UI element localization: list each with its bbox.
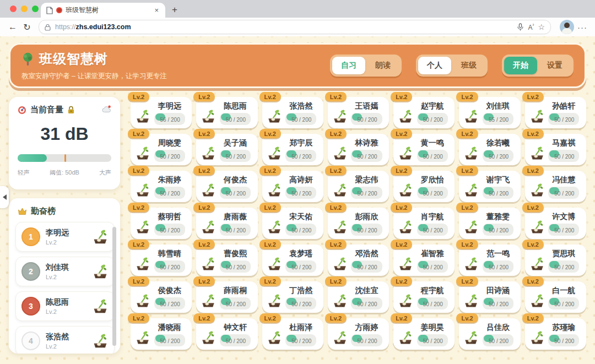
student-info: 董雅雯 50 / 200 [479,212,517,236]
student-card[interactable]: Lv.2 崔智雅 50 / 200 [393,245,455,276]
student-card[interactable]: Lv.2 刘佳琪 55 / 200 [459,97,520,128]
profile-avatar[interactable] [560,20,574,34]
sidebar-collapse-button[interactable] [0,186,9,208]
threshold-marker [64,154,66,162]
reload-icon[interactable]: ↻ [20,22,34,32]
student-card[interactable]: Lv.2 王语嫣 50 / 200 [328,97,389,128]
student-card[interactable]: Lv.2 冯佳慧 50 / 200 [525,171,586,202]
student-card[interactable]: Lv.2 陈思雨 50 / 200 [196,97,257,128]
student-card[interactable]: Lv.2 肖宇航 50 / 200 [393,208,455,239]
student-card[interactable]: Lv.2 潘晓雨 50 / 200 [131,318,192,350]
leaderboard-item[interactable]: 3 陈思雨 Lv.2 [15,291,115,321]
progress-pill: 50 / 200 [548,224,579,236]
student-card[interactable]: Lv.2 何俊杰 50 / 200 [196,171,257,202]
student-card[interactable]: Lv.2 曹俊熙 50 / 200 [196,245,257,276]
leaderboard-item[interactable]: 2 刘佳琪 Lv.2 [15,257,115,286]
student-name: 丁浩然 [289,286,312,296]
settings-button[interactable]: 设置 [538,57,571,74]
back-icon[interactable]: ← [6,22,20,32]
leaderboard-item[interactable]: 1 李明远 Lv.2 [15,222,115,252]
student-card[interactable]: Lv.2 张浩然 50 / 200 [262,97,323,128]
student-card[interactable]: Lv.2 薛雨桐 50 / 200 [196,281,257,313]
progress-text: 50 / 200 [160,191,180,197]
window-minimize-button[interactable] [21,6,28,12]
volume-label-loud: 大声 [99,169,111,177]
student-card[interactable]: Lv.2 田诗涵 50 / 200 [459,281,520,313]
student-card[interactable]: Lv.2 方雨婷 50 / 200 [328,318,389,350]
action-button-group: 开始 设置 [502,55,574,77]
leaderboard-student-level: Lv.2 [46,308,86,315]
student-card[interactable]: Lv.2 白一航 50 / 200 [525,281,586,313]
student-card[interactable]: Lv.2 高诗妍 50 / 200 [262,171,323,202]
rank-badge: 2 [21,262,40,281]
student-card[interactable]: Lv.2 周晓雯 50 / 200 [131,134,192,165]
progress-pill: 50 / 200 [220,113,251,125]
read-aloud-icon[interactable]: A⁾⁾ [528,23,533,31]
student-card[interactable]: Lv.2 朱雨婷 50 / 200 [131,171,192,202]
mic-icon[interactable] [517,23,523,31]
student-card[interactable]: Lv.2 钟文轩 50 / 200 [196,318,257,350]
student-card[interactable]: Lv.2 范一鸣 50 / 200 [459,245,520,276]
student-card[interactable]: Lv.2 许文博 50 / 200 [525,208,586,239]
toggle-personal[interactable]: 个人 [418,57,451,74]
progress-pill: 50 / 200 [285,150,316,162]
student-card[interactable]: Lv.2 徐若曦 50 / 200 [459,134,520,165]
student-card[interactable]: Lv.2 袁梦瑶 50 / 200 [262,245,323,276]
more-menu-icon[interactable]: ··· [577,23,587,32]
student-card[interactable]: Lv.2 邓浩然 50 / 200 [328,245,389,276]
student-card[interactable]: Lv.2 马嘉祺 50 / 200 [525,134,586,165]
address-bar[interactable]: https://zhs.edui123.com A⁾⁾ ☆ [39,20,551,34]
student-card[interactable]: Lv.2 郑宇辰 50 / 200 [262,134,323,165]
sprout-icon [201,182,216,198]
student-card[interactable]: Lv.2 彭雨欣 50 / 200 [328,208,389,239]
student-card[interactable]: Lv.2 丁浩然 50 / 200 [262,281,323,313]
student-card[interactable]: Lv.2 杜雨泽 50 / 200 [262,318,323,350]
page-title: 班级智慧树 [39,50,108,68]
toggle-reading[interactable]: 朗读 [366,57,399,74]
sprout-icon [529,108,545,124]
student-name: 林诗雅 [355,138,378,148]
student-card[interactable]: Lv.2 姜明昊 50 / 200 [393,318,455,350]
student-card[interactable]: Lv.2 赵宇航 50 / 200 [393,97,455,128]
student-card[interactable]: Lv.2 蔡明哲 50 / 200 [131,208,192,239]
student-name: 崔智雅 [421,249,444,259]
level-badge: Lv.2 [259,240,281,249]
progress-text: 55 / 200 [489,117,509,123]
student-card[interactable]: Lv.2 黄一鸣 50 / 200 [393,134,455,165]
student-card[interactable]: Lv.2 韩雪晴 50 / 200 [131,245,192,276]
student-card[interactable]: Lv.2 吴子涵 50 / 200 [196,134,257,165]
window-close-button[interactable] [10,6,17,12]
student-card[interactable]: Lv.2 侯俊杰 50 / 200 [131,281,192,313]
browser-tab[interactable]: 班级智慧树 × [41,3,165,18]
window-zoom-button[interactable] [32,6,39,12]
sprout-icon [267,219,282,235]
favorites-star-icon[interactable]: ☆ [538,23,545,31]
student-card[interactable]: Lv.2 唐雨薇 50 / 200 [196,208,257,239]
start-button[interactable]: 开始 [504,57,537,74]
student-name: 彭雨欣 [355,212,378,222]
student-card[interactable]: Lv.2 董雅雯 50 / 200 [459,208,520,239]
sprout-icon [398,293,413,308]
student-card[interactable]: Lv.2 林诗雅 50 / 200 [328,134,389,165]
student-card[interactable]: Lv.2 孙皓轩 50 / 200 [525,97,586,128]
leaderboard-item[interactable]: 4 张浩然 Lv.2 [15,326,115,354]
student-card[interactable]: Lv.2 罗欣怡 50 / 200 [393,171,455,202]
crown-icon [18,208,27,215]
student-card[interactable]: Lv.2 谢宇飞 50 / 200 [459,171,520,202]
student-info: 马嘉祺 50 / 200 [545,138,583,162]
progress-text: 56 / 200 [160,117,180,123]
leaderboard-scrollbar[interactable] [112,227,116,346]
student-card[interactable]: Lv.2 吕佳欣 50 / 200 [459,318,520,350]
student-card[interactable]: Lv.2 苏瑾瑜 50 / 200 [525,318,586,350]
toggle-class[interactable]: 班级 [452,57,485,74]
student-card[interactable]: Lv.2 贾思琪 50 / 200 [525,245,586,276]
student-info: 程宇航 50 / 200 [413,286,451,309]
new-tab-button[interactable]: + [172,4,177,15]
student-card[interactable]: Lv.2 程宇航 50 / 200 [393,281,455,313]
toggle-selfstudy[interactable]: 自习 [332,57,365,74]
student-card[interactable]: Lv.2 沈佳宜 50 / 200 [328,281,389,313]
tab-close-icon[interactable]: × [153,6,160,14]
student-card[interactable]: Lv.2 梁志伟 50 / 200 [328,171,389,202]
student-card[interactable]: Lv.2 李明远 56 / 200 [131,97,192,128]
student-card[interactable]: Lv.2 宋天佑 50 / 200 [262,208,323,239]
